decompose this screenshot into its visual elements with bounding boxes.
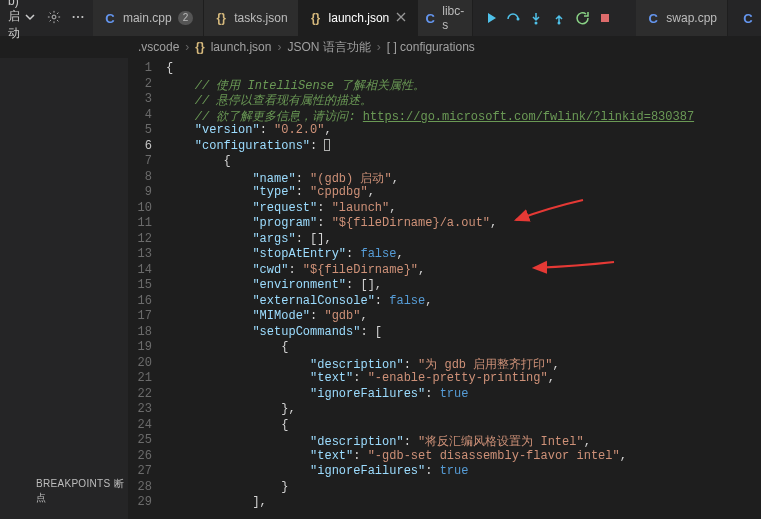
continue-icon[interactable] [483,11,497,25]
cpp-file-icon: C [103,11,117,25]
debug-action-bar: C swap.cpp C [473,0,761,36]
json-file-icon: {} [214,11,228,25]
debug-launch-selector[interactable]: b) 启动 [0,0,93,42]
svg-rect-7 [601,14,609,22]
tab-label: libc-s [442,4,466,32]
step-over-icon[interactable] [506,11,520,25]
code-link[interactable]: https://go.microsoft.com/fwlink/?linkid=… [363,110,694,124]
svg-point-4 [517,18,520,21]
c-file-icon: C [424,11,436,25]
svg-point-3 [81,15,83,17]
cpp-file-icon: C [646,11,660,25]
title-bar: b) 启动 C main.cpp 2 {} tasks.json {} laun… [0,0,761,36]
svg-point-5 [535,22,538,25]
tab-label: launch.json [329,11,390,25]
side-panel: BREAKPOINTS 断点 [0,58,128,519]
json-file-icon: {} [195,40,204,54]
tab-label: tasks.json [234,11,287,25]
svg-point-6 [558,22,561,25]
chevron-down-icon [25,11,35,25]
tab-label: swap.cpp [666,11,717,25]
restart-icon[interactable] [575,11,589,25]
tab-launch-json[interactable]: {} launch.json [299,0,419,36]
tab-libc[interactable]: C libc-s [418,0,473,36]
code-comment: // 欲了解更多信息，请访问: [195,110,363,124]
breadcrumb[interactable]: .vscode › {} launch.json › JSON 语言功能 › [… [0,36,761,58]
svg-point-2 [77,15,79,17]
svg-point-1 [73,15,75,17]
chevron-right-icon: › [277,40,281,54]
more-icon[interactable] [71,10,85,27]
breadcrumb-segment[interactable]: [ ] configurations [387,40,475,54]
cursor [324,139,330,151]
tab-problems-badge: 2 [178,11,194,25]
launch-config-label: b) 启动 [8,0,21,42]
stop-icon[interactable] [598,11,612,25]
tab-label: main.cpp [123,11,172,25]
code-editor[interactable]: 1{ 2 // 使用 IntelliSense 了解相关属性。 3 // 悬停以… [128,58,761,519]
breadcrumb-segment[interactable]: .vscode [138,40,179,54]
code-comment: // 使用 IntelliSense 了解相关属性。 [195,79,425,93]
gear-icon[interactable] [47,10,61,27]
step-into-icon[interactable] [529,11,543,25]
code-comment: // 悬停以查看现有属性的描述。 [195,94,373,108]
breadcrumb-segment[interactable]: launch.json [211,40,272,54]
tab-tasks-json[interactable]: {} tasks.json [204,0,298,36]
svg-point-0 [52,15,56,19]
step-out-icon[interactable] [552,11,566,25]
breakpoints-section-header[interactable]: BREAKPOINTS 断点 [36,477,128,505]
editor-tabs: C main.cpp 2 {} tasks.json {} launch.jso… [93,0,473,36]
json-file-icon: {} [309,11,323,25]
chevron-right-icon: › [377,40,381,54]
c-file-icon: C [737,11,751,25]
tab-main-cpp[interactable]: C main.cpp 2 [93,0,204,36]
breadcrumb-segment[interactable]: JSON 语言功能 [287,39,370,56]
tab-swap-cpp[interactable]: C swap.cpp [636,0,728,36]
chevron-right-icon: › [185,40,189,54]
close-icon[interactable] [395,11,407,26]
